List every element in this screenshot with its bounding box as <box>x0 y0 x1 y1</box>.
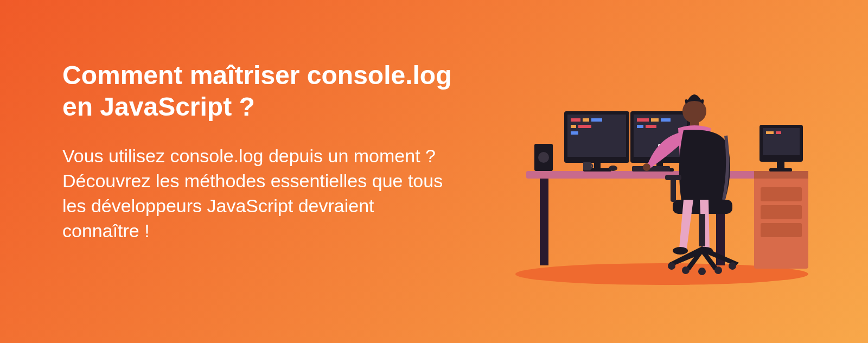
svg-point-49 <box>668 262 675 270</box>
svg-rect-8 <box>761 223 802 237</box>
svg-rect-15 <box>571 118 580 122</box>
svg-rect-17 <box>591 118 602 122</box>
svg-rect-34 <box>776 131 781 134</box>
svg-point-53 <box>698 268 706 275</box>
svg-rect-7 <box>761 205 802 219</box>
hero-subtitle: Vous utilisez console.log depuis un mome… <box>62 144 453 244</box>
svg-point-52 <box>729 262 736 270</box>
svg-rect-35 <box>777 162 784 169</box>
hero-content: Comment maîtriser console.log en JavaScr… <box>62 60 453 244</box>
svg-point-51 <box>714 266 722 274</box>
svg-rect-6 <box>761 187 802 201</box>
svg-rect-18 <box>571 125 576 128</box>
svg-rect-44 <box>671 177 676 202</box>
svg-point-46 <box>673 247 688 255</box>
svg-rect-20 <box>571 131 578 135</box>
svg-rect-25 <box>637 118 649 122</box>
svg-rect-26 <box>651 118 659 122</box>
svg-point-10 <box>538 152 549 163</box>
svg-rect-39 <box>583 162 591 170</box>
svg-point-42 <box>643 163 650 171</box>
svg-rect-19 <box>578 125 591 128</box>
svg-rect-45 <box>665 175 681 180</box>
svg-rect-48 <box>699 214 705 246</box>
svg-rect-29 <box>646 125 656 128</box>
svg-point-38 <box>609 166 617 171</box>
svg-rect-33 <box>766 131 774 134</box>
svg-rect-4 <box>754 171 808 269</box>
svg-point-50 <box>682 266 690 274</box>
svg-rect-5 <box>754 171 808 179</box>
svg-rect-16 <box>583 118 589 122</box>
hero-title: Comment maîtriser console.log en JavaScr… <box>62 60 453 122</box>
svg-rect-27 <box>661 118 671 122</box>
svg-rect-2 <box>540 179 548 265</box>
svg-rect-36 <box>769 168 792 172</box>
developer-at-desk-icon <box>510 81 814 288</box>
svg-rect-28 <box>637 125 643 128</box>
